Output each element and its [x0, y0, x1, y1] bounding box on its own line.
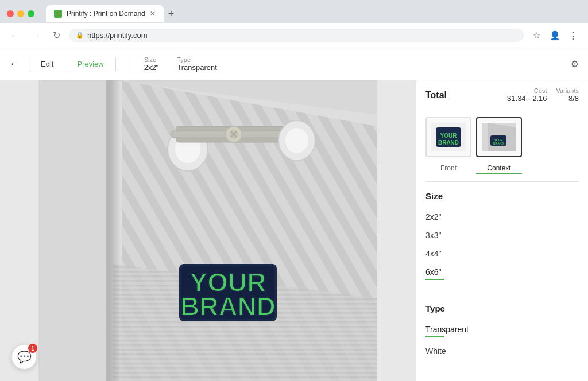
type-label: Type — [177, 56, 217, 63]
variants-value: 8/8 — [556, 94, 579, 103]
back-button[interactable]: ← — [9, 58, 20, 70]
skateboard-svg: YOUR BRAND — [38, 80, 377, 381]
panel-meta: Cost $1.34 - 2.16 Variants 8/8 — [507, 87, 579, 103]
product-preview: YOUR BRAND — [0, 80, 416, 381]
toolbar-info: Size 2x2" Type Transparent — [144, 56, 217, 72]
size-section-title: Size — [425, 191, 579, 201]
context-thumbnail[interactable]: YOUR BRAND — [476, 117, 522, 157]
browser-chrome: 🌿 Printify : Print on Demand ✕ + ← → ↻ 🔒… — [0, 0, 588, 48]
cost-label: Cost — [507, 87, 547, 94]
front-thumb-svg: YOUR BRAND — [431, 123, 466, 151]
thumbnails-row: YOUR BRAND YOUR BRAND — [416, 110, 588, 164]
maximize-button[interactable] — [28, 10, 34, 17]
tab-bar: 🌿 Printify : Print on Demand ✕ + — [46, 5, 179, 22]
chat-badge: 1 — [28, 344, 37, 353]
lock-icon: 🔒 — [76, 32, 84, 39]
address-bar[interactable]: 🔒 https://printify.com — [69, 29, 524, 42]
toolbar-divider — [130, 56, 130, 73]
toolbar: ← Edit Preview Size 2x2" Type Transparen… — [0, 48, 588, 80]
type-value: Transparent — [177, 63, 217, 72]
svg-text:BRAND: BRAND — [493, 142, 504, 145]
size-section: Size 2x2" 3x3" 4x4" 6x6" — [416, 182, 588, 294]
close-button[interactable] — [7, 10, 14, 17]
bookmark-button[interactable]: ☆ — [528, 28, 544, 44]
size-option-6x6[interactable]: 6x6" — [425, 263, 579, 285]
svg-text:BRAND: BRAND — [180, 291, 276, 321]
context-label: Context — [476, 164, 522, 174]
type-section-title: Type — [425, 304, 579, 313]
size-value: 2x2" — [144, 63, 159, 72]
menu-button[interactable]: ⋮ — [565, 28, 581, 44]
size-option-2x2[interactable]: 2x2" — [425, 208, 579, 226]
chat-widget[interactable]: 💬 1 — [11, 344, 37, 370]
type-section: Type Transparent White — [416, 294, 588, 370]
reload-button[interactable]: ↻ — [48, 28, 64, 44]
app-container: ← Edit Preview Size 2x2" Type Transparen… — [0, 48, 588, 381]
svg-text:BRAND: BRAND — [438, 139, 459, 146]
variants-group: Variants 8/8 — [556, 87, 579, 103]
cost-group: Cost $1.34 - 2.16 — [507, 87, 547, 103]
traffic-lights — [7, 10, 34, 17]
forward-nav-button[interactable]: → — [28, 28, 44, 44]
profile-button[interactable]: 👤 — [547, 28, 563, 44]
type-option-white[interactable]: White — [425, 342, 579, 360]
tab-close-icon[interactable]: ✕ — [150, 10, 156, 18]
title-bar: 🌿 Printify : Print on Demand ✕ + — [0, 0, 588, 23]
context-thumb-svg: YOUR BRAND — [482, 123, 516, 151]
new-tab-button[interactable]: + — [164, 6, 179, 22]
tab-favicon: 🌿 — [54, 10, 62, 18]
settings-button[interactable]: ⚙ — [571, 59, 579, 69]
size-option-3x3[interactable]: 3x3" — [425, 226, 579, 244]
main-area: YOUR BRAND Total — [0, 80, 588, 381]
type-info: Type Transparent — [177, 56, 217, 72]
browser-nav: ← → ↻ 🔒 https://printify.com ☆ 👤 ⋮ — [0, 23, 588, 48]
front-thumbnail[interactable]: YOUR BRAND — [425, 117, 471, 157]
back-nav-button[interactable]: ← — [7, 28, 23, 44]
svg-rect-23 — [106, 80, 121, 381]
active-tab[interactable]: 🌿 Printify : Print on Demand ✕ — [46, 5, 164, 22]
minimize-button[interactable] — [17, 10, 24, 17]
right-panel: Total Cost $1.34 - 2.16 Variants 8/8 — [416, 80, 588, 381]
edit-preview-toggle: Edit Preview — [29, 56, 116, 72]
svg-marker-8 — [113, 80, 377, 381]
thumb-labels: Front Context — [416, 164, 588, 181]
nav-right-buttons: ☆ 👤 ⋮ — [528, 28, 581, 44]
edit-button[interactable]: Edit — [29, 56, 65, 72]
size-label: Size — [144, 56, 159, 63]
svg-point-18 — [285, 128, 308, 153]
url-text: https://printify.com — [87, 31, 517, 40]
total-label: Total — [425, 90, 447, 100]
svg-text:YOUR: YOUR — [440, 133, 458, 139]
preview-button[interactable]: Preview — [65, 56, 115, 72]
size-option-4x4[interactable]: 4x4" — [425, 244, 579, 263]
variants-label: Variants — [556, 87, 579, 94]
front-label: Front — [425, 164, 471, 174]
tab-title: Printify : Print on Demand — [67, 10, 145, 18]
chat-icon: 💬 — [17, 350, 32, 364]
type-option-transparent[interactable]: Transparent — [425, 320, 579, 342]
size-info: Size 2x2" — [144, 56, 159, 72]
panel-header: Total Cost $1.34 - 2.16 Variants 8/8 — [416, 80, 588, 110]
cost-value: $1.34 - 2.16 — [507, 94, 547, 103]
